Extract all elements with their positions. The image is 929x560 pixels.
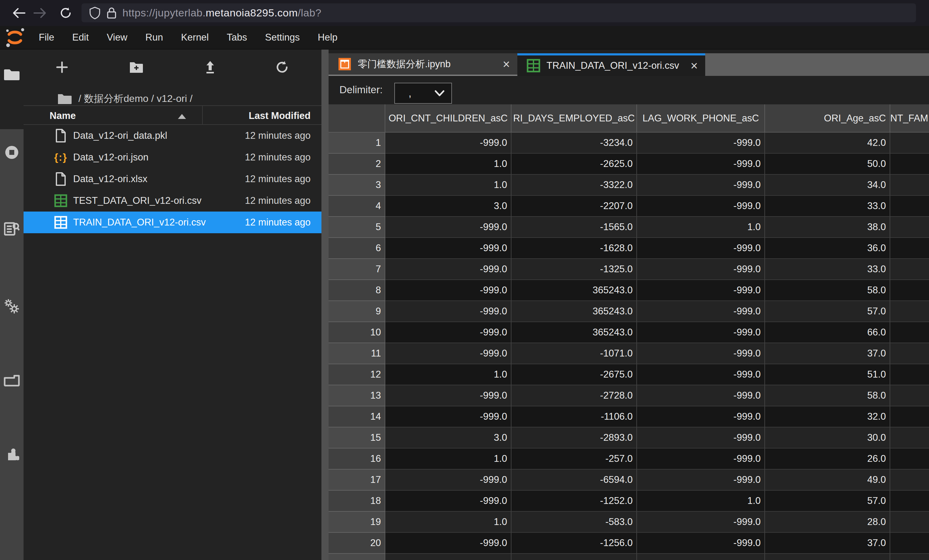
column-divider	[202, 106, 203, 124]
csv-data-grid[interactable]: ORI_CNT_CHILDREN_asC RI_DAYS_EMPLOYED_as…	[328, 104, 929, 560]
grid-cell: -999.0	[385, 343, 512, 364]
grid-cell: -583.0	[512, 512, 637, 533]
forward-icon[interactable]	[31, 0, 50, 26]
row-number-cell: 20	[328, 533, 385, 554]
file-row[interactable]: {:} Data_v12-ori_data.pkl 12 minutes ago	[23, 125, 322, 147]
grid-cell: -999.0	[637, 533, 765, 554]
menu-kernel[interactable]: Kernel	[172, 26, 218, 49]
running-kernels-icon[interactable]	[0, 145, 23, 160]
grid-cell: -999.0	[637, 427, 765, 448]
grid-cell: -999.0	[637, 301, 765, 322]
grid-cell: -3234.0	[512, 133, 637, 154]
grid-cell: -999.0	[385, 491, 512, 512]
url-prefix: https://jupyterlab.	[123, 7, 205, 18]
delimiter-value: ,	[409, 87, 411, 99]
grid-row: 20 -999.0 -1256.0 -999.0 37.0	[328, 533, 929, 554]
grid-cell: 28.0	[765, 512, 890, 533]
grid-row: 2 1.0 -2625.0 -999.0 50.0	[328, 154, 929, 175]
grid-cell: 34.0	[765, 175, 890, 196]
grid-row: 9 -999.0 365243.0 -999.0 57.0	[328, 301, 929, 322]
file-modified-time: 12 minutes ago	[245, 152, 311, 163]
grid-cell	[890, 280, 929, 301]
grid-cell: -999.0	[637, 154, 765, 175]
grid-cell: -999.0	[637, 133, 765, 154]
back-icon[interactable]	[9, 0, 28, 26]
app-logo-icon	[0, 28, 30, 47]
tab-csv-label[interactable]: TRAIN_DATA_ORI_v12-ori.csv	[546, 60, 688, 71]
grid-row: 5 -999.0 -1565.0 1.0 38.0	[328, 217, 929, 238]
panel-splitter[interactable]	[322, 50, 328, 560]
grid-row: 16 1.0 -257.0 -999.0 26.0	[328, 448, 929, 470]
grid-cell: -257.0	[512, 448, 637, 470]
grid-cell: -999.0	[385, 470, 512, 491]
file-name: Data_v12-ori.json	[73, 152, 149, 163]
grid-row-partial	[328, 554, 929, 560]
grid-cell	[890, 154, 929, 175]
menu-view[interactable]: View	[98, 26, 136, 49]
tab-csv-close-icon[interactable]: ×	[691, 60, 698, 72]
delimiter-select[interactable]: ,	[394, 83, 452, 104]
grid-cell: 33.0	[765, 196, 890, 217]
grid-cell: 50.0	[765, 154, 890, 175]
grid-cell	[890, 322, 929, 343]
reload-icon[interactable]	[57, 0, 75, 26]
table-of-contents-search-icon[interactable]	[0, 222, 23, 236]
tab-notebook[interactable]: 零门槛数据分析.ipynb ×	[328, 53, 517, 76]
grid-cell: -1325.0	[512, 259, 637, 280]
extension-manager-icon[interactable]	[0, 448, 23, 463]
row-number-cell: 11	[328, 343, 385, 364]
grid-cell: -999.0	[385, 322, 512, 343]
menu-run[interactable]: Run	[136, 26, 172, 49]
menu-tabs[interactable]: Tabs	[218, 26, 256, 49]
grid-row: 14 -999.0 -1106.0 -999.0 32.0	[328, 406, 929, 427]
new-launcher-icon[interactable]	[54, 59, 71, 76]
file-modified-time: 12 minutes ago	[245, 217, 311, 228]
grid-cell: -999.0	[637, 448, 765, 470]
grid-header-row: ORI_CNT_CHILDREN_asC RI_DAYS_EMPLOYED_as…	[328, 104, 929, 133]
grid-cell: 42.0	[765, 133, 890, 154]
grid-cell: 37.0	[765, 343, 890, 364]
main-area: 零门槛数据分析.ipynb × TRAIN_DATA_ORI_v12-ori.c…	[328, 50, 929, 560]
grid-cell: -1252.0	[512, 491, 637, 512]
file-list: {:} Data_v12-ori_data.pkl 12 minutes ago…	[23, 125, 322, 233]
tab-csv[interactable]: TRAIN_DATA_ORI_v12-ori.csv ×	[517, 53, 705, 76]
file-row[interactable]: {:} Data_v12-ori.xlsx 12 minutes ago	[23, 168, 322, 190]
file-browser-icon[interactable]	[0, 68, 23, 81]
sort-ascending-icon[interactable]	[178, 114, 186, 119]
delimiter-label: Delimiter:	[339, 84, 383, 96]
row-number-cell: 19	[328, 512, 385, 533]
file-row[interactable]: {:} TRAIN_DATA_ORI_v12-ori.csv 12 minute…	[23, 211, 322, 233]
menu-settings[interactable]: Settings	[256, 26, 309, 49]
row-number-cell: 6	[328, 238, 385, 259]
breadcrumb-path[interactable]: / 数据分析demo / v12-ori /	[78, 92, 193, 106]
file-row[interactable]: {:} Data_v12-ori.json 12 minutes ago	[23, 147, 322, 168]
upload-icon[interactable]	[202, 59, 219, 76]
grid-cell: -3322.0	[512, 175, 637, 196]
last-modified-header[interactable]: Last Modified	[248, 110, 311, 121]
menu-help[interactable]: Help	[309, 26, 346, 49]
new-folder-icon[interactable]	[128, 59, 145, 76]
grid-cell: 58.0	[765, 280, 890, 301]
grid-cell: -999.0	[637, 470, 765, 491]
menu-edit[interactable]: Edit	[63, 26, 98, 49]
file-browser-toolbar	[23, 53, 322, 81]
browser-chrome: https://jupyterlab.metanoia8295.com/lab?	[0, 0, 929, 26]
gears-icon[interactable]	[0, 298, 23, 314]
grid-cell: -999.0	[637, 196, 765, 217]
grid-cell: -999.0	[385, 238, 512, 259]
url-bar[interactable]: https://jupyterlab.metanoia8295.com/lab?	[81, 3, 916, 22]
refresh-icon[interactable]	[274, 59, 290, 76]
row-number-cell: 18	[328, 491, 385, 512]
open-tabs-icon[interactable]	[0, 375, 23, 387]
home-folder-icon[interactable]	[57, 93, 72, 104]
tab-notebook-label[interactable]: 零门槛数据分析.ipynb	[358, 58, 500, 70]
grid-cell	[890, 470, 929, 491]
tab-notebook-close-icon[interactable]: ×	[503, 58, 510, 70]
sort-by-name-header[interactable]: Name	[50, 110, 76, 121]
file-row[interactable]: {:} TEST_DATA_ORI_v12-ori.csv 12 minutes…	[23, 190, 322, 211]
file-name: Data_v12-ori.xlsx	[73, 173, 147, 185]
menu-file[interactable]: File	[30, 26, 63, 49]
row-number-cell: 3	[328, 175, 385, 196]
grid-cell: 30.0	[765, 427, 890, 448]
json-icon: {:}	[54, 150, 68, 164]
